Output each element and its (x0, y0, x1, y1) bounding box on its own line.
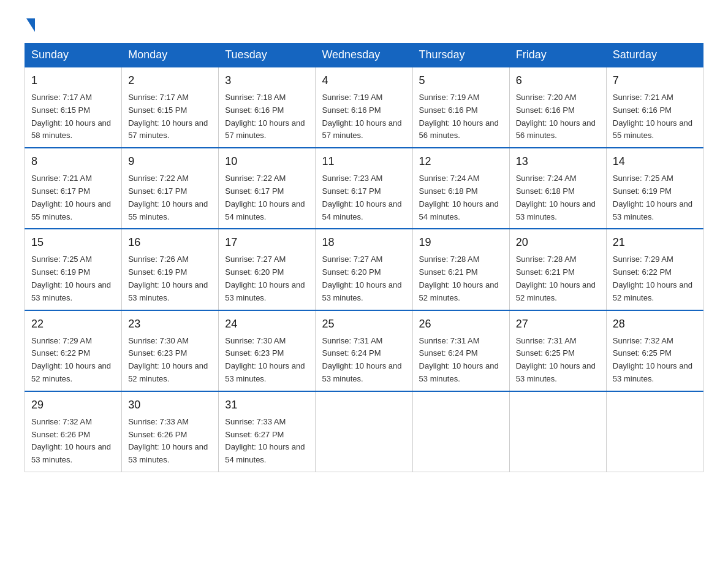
day-number: 6 (516, 72, 600, 89)
day-number: 9 (128, 153, 212, 170)
calendar-cell: 2 Sunrise: 7:17 AMSunset: 6:15 PMDayligh… (122, 67, 219, 148)
day-info: Sunrise: 7:21 AMSunset: 6:17 PMDaylight:… (31, 172, 115, 223)
day-number: 15 (31, 234, 115, 251)
day-number: 24 (225, 316, 309, 332)
day-info: Sunrise: 7:31 AMSunset: 6:24 PMDaylight:… (419, 335, 503, 386)
day-info: Sunrise: 7:32 AMSunset: 6:26 PMDaylight:… (31, 416, 115, 467)
week-row: 1 Sunrise: 7:17 AMSunset: 6:15 PMDayligh… (25, 67, 703, 148)
calendar-cell: 23 Sunrise: 7:30 AMSunset: 6:23 PMDaylig… (122, 310, 219, 391)
logo (25, 18, 35, 31)
week-row: 22 Sunrise: 7:29 AMSunset: 6:22 PMDaylig… (25, 310, 703, 391)
day-number: 11 (322, 153, 406, 170)
calendar-cell (412, 391, 509, 472)
calendar-cell: 5 Sunrise: 7:19 AMSunset: 6:16 PMDayligh… (412, 67, 509, 148)
day-number: 28 (613, 316, 697, 332)
day-number: 30 (128, 397, 212, 413)
day-number: 20 (516, 234, 600, 251)
calendar-cell: 31 Sunrise: 7:33 AMSunset: 6:27 PMDaylig… (219, 391, 316, 472)
day-info: Sunrise: 7:26 AMSunset: 6:19 PMDaylight:… (128, 253, 212, 304)
day-number: 27 (516, 316, 600, 332)
day-of-week-header: Wednesday (316, 44, 412, 67)
day-info: Sunrise: 7:31 AMSunset: 6:24 PMDaylight:… (322, 335, 406, 386)
day-number: 25 (322, 316, 406, 332)
day-info: Sunrise: 7:21 AMSunset: 6:16 PMDaylight:… (613, 91, 697, 142)
day-number: 18 (322, 234, 406, 251)
day-info: Sunrise: 7:29 AMSunset: 6:22 PMDaylight:… (31, 335, 115, 386)
calendar-cell: 29 Sunrise: 7:32 AMSunset: 6:26 PMDaylig… (25, 391, 122, 472)
day-number: 5 (419, 72, 503, 89)
day-info: Sunrise: 7:27 AMSunset: 6:20 PMDaylight:… (225, 253, 309, 304)
day-info: Sunrise: 7:22 AMSunset: 6:17 PMDaylight:… (128, 172, 212, 223)
day-info: Sunrise: 7:19 AMSunset: 6:16 PMDaylight:… (322, 91, 406, 142)
calendar-cell: 20 Sunrise: 7:28 AMSunset: 6:21 PMDaylig… (509, 229, 606, 310)
calendar-cell: 3 Sunrise: 7:18 AMSunset: 6:16 PMDayligh… (219, 67, 316, 148)
calendar-cell: 7 Sunrise: 7:21 AMSunset: 6:16 PMDayligh… (606, 67, 703, 148)
day-info: Sunrise: 7:28 AMSunset: 6:21 PMDaylight:… (516, 253, 600, 304)
day-number: 8 (31, 153, 115, 170)
day-number: 22 (31, 316, 115, 332)
day-info: Sunrise: 7:33 AMSunset: 6:27 PMDaylight:… (225, 416, 309, 467)
day-of-week-header: Tuesday (219, 44, 316, 67)
day-number: 29 (31, 397, 115, 413)
day-info: Sunrise: 7:19 AMSunset: 6:16 PMDaylight:… (419, 91, 503, 142)
week-row: 8 Sunrise: 7:21 AMSunset: 6:17 PMDayligh… (25, 148, 703, 229)
day-info: Sunrise: 7:30 AMSunset: 6:23 PMDaylight:… (225, 335, 309, 386)
page-header (25, 18, 703, 31)
day-number: 21 (613, 234, 697, 251)
day-number: 7 (613, 72, 697, 89)
day-info: Sunrise: 7:27 AMSunset: 6:20 PMDaylight:… (322, 253, 406, 304)
calendar-cell: 10 Sunrise: 7:22 AMSunset: 6:17 PMDaylig… (219, 148, 316, 229)
calendar-cell: 4 Sunrise: 7:19 AMSunset: 6:16 PMDayligh… (316, 67, 412, 148)
day-of-week-header: Sunday (25, 44, 122, 67)
calendar-cell: 14 Sunrise: 7:25 AMSunset: 6:19 PMDaylig… (606, 148, 703, 229)
calendar-cell: 18 Sunrise: 7:27 AMSunset: 6:20 PMDaylig… (316, 229, 412, 310)
day-number: 2 (128, 72, 212, 89)
day-number: 31 (225, 397, 309, 413)
calendar-cell: 27 Sunrise: 7:31 AMSunset: 6:25 PMDaylig… (509, 310, 606, 391)
day-info: Sunrise: 7:18 AMSunset: 6:16 PMDaylight:… (225, 91, 309, 142)
calendar-cell: 13 Sunrise: 7:24 AMSunset: 6:18 PMDaylig… (509, 148, 606, 229)
day-info: Sunrise: 7:20 AMSunset: 6:16 PMDaylight:… (516, 91, 600, 142)
calendar-cell: 26 Sunrise: 7:31 AMSunset: 6:24 PMDaylig… (412, 310, 509, 391)
day-info: Sunrise: 7:22 AMSunset: 6:17 PMDaylight:… (225, 172, 309, 223)
day-info: Sunrise: 7:24 AMSunset: 6:18 PMDaylight:… (419, 172, 503, 223)
calendar-cell: 8 Sunrise: 7:21 AMSunset: 6:17 PMDayligh… (25, 148, 122, 229)
day-info: Sunrise: 7:17 AMSunset: 6:15 PMDaylight:… (31, 91, 115, 142)
week-row: 29 Sunrise: 7:32 AMSunset: 6:26 PMDaylig… (25, 391, 703, 472)
day-info: Sunrise: 7:24 AMSunset: 6:18 PMDaylight:… (516, 172, 600, 223)
calendar-cell: 21 Sunrise: 7:29 AMSunset: 6:22 PMDaylig… (606, 229, 703, 310)
day-number: 10 (225, 153, 309, 170)
day-info: Sunrise: 7:31 AMSunset: 6:25 PMDaylight:… (516, 335, 600, 386)
calendar-cell (316, 391, 412, 472)
calendar-cell: 25 Sunrise: 7:31 AMSunset: 6:24 PMDaylig… (316, 310, 412, 391)
day-number: 1 (31, 72, 115, 89)
day-of-week-header: Saturday (606, 44, 703, 67)
day-info: Sunrise: 7:23 AMSunset: 6:17 PMDaylight:… (322, 172, 406, 223)
day-number: 26 (419, 316, 503, 332)
day-number: 4 (322, 72, 406, 89)
day-number: 17 (225, 234, 309, 251)
calendar-cell (509, 391, 606, 472)
logo-arrow-icon (26, 18, 35, 32)
calendar-cell: 24 Sunrise: 7:30 AMSunset: 6:23 PMDaylig… (219, 310, 316, 391)
calendar-cell: 30 Sunrise: 7:33 AMSunset: 6:26 PMDaylig… (122, 391, 219, 472)
day-number: 3 (225, 72, 309, 89)
day-number: 16 (128, 234, 212, 251)
calendar-cell (606, 391, 703, 472)
day-info: Sunrise: 7:25 AMSunset: 6:19 PMDaylight:… (31, 253, 115, 304)
calendar-cell: 12 Sunrise: 7:24 AMSunset: 6:18 PMDaylig… (412, 148, 509, 229)
header-row: SundayMondayTuesdayWednesdayThursdayFrid… (25, 44, 703, 67)
calendar-cell: 1 Sunrise: 7:17 AMSunset: 6:15 PMDayligh… (25, 67, 122, 148)
calendar-cell: 9 Sunrise: 7:22 AMSunset: 6:17 PMDayligh… (122, 148, 219, 229)
day-of-week-header: Friday (509, 44, 606, 67)
day-info: Sunrise: 7:17 AMSunset: 6:15 PMDaylight:… (128, 91, 212, 142)
calendar-cell: 6 Sunrise: 7:20 AMSunset: 6:16 PMDayligh… (509, 67, 606, 148)
calendar-cell: 22 Sunrise: 7:29 AMSunset: 6:22 PMDaylig… (25, 310, 122, 391)
day-of-week-header: Monday (122, 44, 219, 67)
day-number: 19 (419, 234, 503, 251)
day-info: Sunrise: 7:29 AMSunset: 6:22 PMDaylight:… (613, 253, 697, 304)
day-number: 14 (613, 153, 697, 170)
calendar-cell: 16 Sunrise: 7:26 AMSunset: 6:19 PMDaylig… (122, 229, 219, 310)
calendar-cell: 19 Sunrise: 7:28 AMSunset: 6:21 PMDaylig… (412, 229, 509, 310)
day-number: 23 (128, 316, 212, 332)
